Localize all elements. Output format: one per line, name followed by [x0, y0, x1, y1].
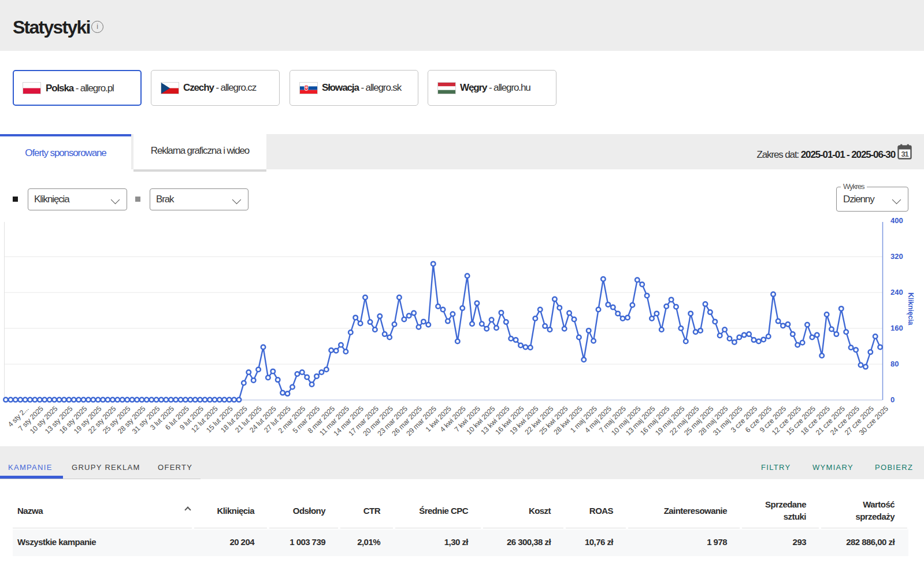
svg-text:31: 31 [901, 150, 908, 158]
